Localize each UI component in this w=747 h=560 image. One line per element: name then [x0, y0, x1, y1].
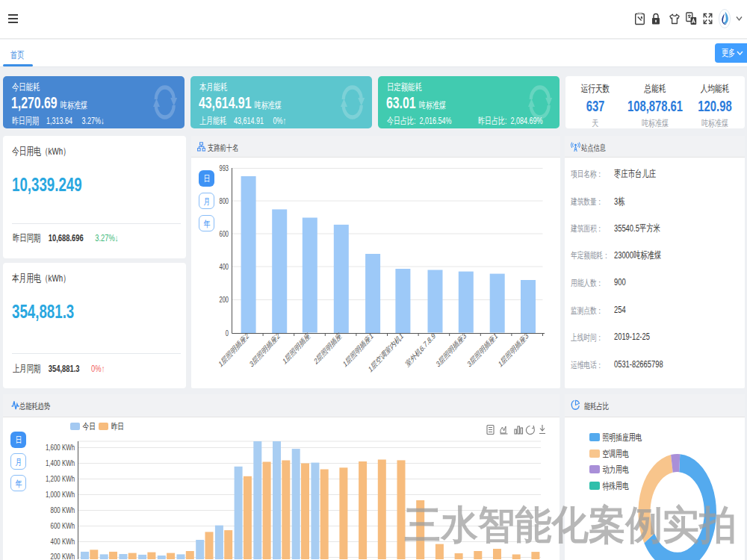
svg-text:0: 0 — [226, 329, 229, 337]
svg-text:空调用电: 空调用电 — [602, 449, 629, 459]
svg-text:3层照明插座2: 3层照明插座2 — [248, 331, 281, 369]
svg-text:400: 400 — [219, 263, 229, 271]
svg-text:动力用电: 动力用电 — [602, 464, 629, 475]
svg-text:3层照明插座3: 3层照明插座3 — [435, 331, 468, 369]
svg-text:特殊用电: 特殊用电 — [602, 481, 629, 491]
svg-text:1,600 KWh: 1,600 KWh — [46, 443, 75, 452]
svg-text:1层照明插座: 1层照明插座 — [282, 331, 312, 367]
svg-text:600 KWh: 600 KWh — [51, 521, 75, 531]
svg-text:1,000 KWh: 1,000 KWh — [46, 490, 75, 500]
svg-text:1,200 KWh: 1,200 KWh — [46, 474, 75, 484]
svg-text:400 KWh: 400 KWh — [51, 537, 75, 547]
svg-text:993: 993 — [219, 164, 229, 172]
svg-text:200: 200 — [219, 296, 229, 304]
svg-text:照明插座用电: 照明插座用电 — [602, 432, 642, 444]
svg-text:200 KWh: 200 KWh — [51, 552, 75, 559]
svg-text:800: 800 — [219, 197, 229, 205]
svg-text:今日: 今日 — [83, 422, 96, 432]
svg-text:室外机6.7.8.9: 室外机6.7.8.9 — [404, 331, 436, 369]
svg-text:600: 600 — [219, 230, 229, 238]
svg-text:1层照明插座2: 1层照明插座2 — [217, 331, 250, 369]
svg-text:2层照明插座: 2层照明插座 — [313, 331, 344, 367]
svg-text:3层照明插座1: 3层照明插座1 — [466, 331, 499, 369]
svg-text:昨日: 昨日 — [111, 422, 124, 432]
svg-text:1层照明插座3: 1层照明插座3 — [497, 331, 530, 369]
svg-text:1,400 KWh: 1,400 KWh — [46, 458, 75, 468]
svg-text:800 KWh: 800 KWh — [51, 505, 75, 515]
